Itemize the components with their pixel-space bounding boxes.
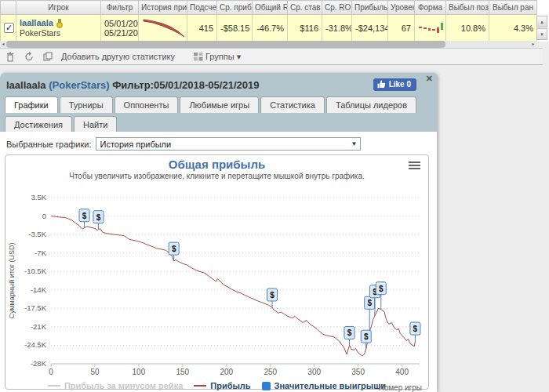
groups-icon (194, 53, 203, 61)
close-icon[interactable]: ✕ (426, 74, 433, 84)
horizontal-scrollbar[interactable]: ◂ ▸ (0, 41, 536, 48)
tab-статистика[interactable]: Статистика (260, 96, 325, 113)
table-row: ✓ laallaala PokerStars 05/01/2005/21/20 (1, 15, 537, 42)
column-header-Прибыль[interactable]: Прибыль (352, 1, 388, 15)
chart-title: Общая прибыль (5, 158, 428, 171)
legend-item-прибыль[interactable]: Прибыль (194, 381, 250, 390)
total-ro-cell: -46.7% (253, 15, 288, 42)
level-cell: 67 (388, 15, 415, 42)
column-header-Выбыл поз[interactable]: Выбыл поз (446, 1, 489, 15)
player-detail-panel: ✕ laallaala (PokerStars) Фильтр:05/01/20… (0, 73, 437, 392)
tab-найти[interactable]: Найти (74, 116, 117, 132)
column-header-Фильтр[interactable]: Фильтр (101, 1, 139, 15)
groups-dropdown[interactable]: Группы ▾ (194, 52, 241, 62)
panel-header: laallaala (PokerStars) Фильтр:05/01/2018… (0, 73, 437, 95)
column-header-Подсчет[interactable]: Подсчет (187, 1, 217, 15)
count-cell: 415 (187, 15, 217, 42)
x-tick-label: 250 (264, 368, 277, 376)
x-tick-label: 150 (176, 368, 190, 376)
tab-турниры[interactable]: Турниры (60, 96, 113, 113)
y-tick-label: -21K (31, 322, 47, 331)
avg-profit-cell: -$58.15 (217, 15, 253, 42)
copy-icon[interactable] (42, 52, 53, 62)
player-site-label: PokerStars (20, 28, 60, 38)
column-header-Игрок[interactable]: Игрок (16, 1, 101, 15)
svg-text:$: $ (347, 328, 352, 337)
legend-marker-icon (262, 382, 271, 390)
legend-marker-icon (194, 385, 206, 387)
add-statistic-link[interactable]: Добавить другую статистику (61, 52, 175, 61)
column-header-Форма[interactable]: Форма (415, 1, 446, 15)
tab-таблицы-лидеров[interactable]: Таблицы лидеров (326, 96, 416, 113)
x-tick-label: 100 (133, 368, 146, 376)
row-checkbox[interactable]: ✓ (4, 23, 14, 33)
x-tick-label: 0 (49, 368, 53, 376)
y-tick-label: 0 (42, 212, 46, 220)
legend-item-прибыль-за-минусом-рейка[interactable]: Прибыль за минусом рейка (48, 381, 183, 390)
column-header-История приб[interactable]: История приб (139, 1, 187, 15)
y-tick-label: -28K (31, 359, 47, 368)
form-sparkline-icon (418, 21, 445, 34)
profit-chart[interactable]: Общая прибыль Чтобы увеличить изображени… (5, 154, 429, 390)
tab-достижения[interactable]: Достижения (5, 116, 72, 132)
svg-text:$: $ (270, 291, 274, 299)
svg-text:$: $ (413, 325, 418, 333)
tab-графики[interactable]: Графики (5, 96, 58, 113)
y-tick-label: -7K (35, 249, 46, 257)
graph-select-label: Выбранные графики: (6, 140, 91, 149)
scroll-up-button[interactable]: ▲ (536, 16, 547, 27)
chart-menu-icon[interactable] (409, 162, 420, 171)
legend-item-значительные-выигрыши[interactable]: Значительные выигрыши (262, 381, 387, 390)
avg-stake-cell: $116 (288, 15, 322, 42)
graph-type-select[interactable]: История прибыли ▼ (96, 137, 361, 151)
table-toolbar: Добавить другую статистику Группы ▾ (0, 48, 543, 65)
elim-early-cell: 4.3% (489, 15, 537, 42)
select-caret-icon: ▼ (351, 140, 358, 147)
svg-text:$: $ (96, 213, 101, 222)
column-header-Выбыл ран[interactable]: Выбыл ран (489, 1, 537, 15)
vertical-scrollbar: ▲ ▼ (536, 16, 547, 41)
svg-text:$: $ (379, 285, 384, 293)
medal-icon (56, 19, 64, 28)
svg-text:$: $ (364, 332, 369, 341)
stats-table-region: ИгрокФильтрИстория прибПодсчетСр. прибОб… (0, 0, 549, 42)
x-tick-label: 50 (90, 368, 100, 376)
column-header-Ср. став[interactable]: Ср. став (288, 1, 322, 15)
player-cell: laallaala PokerStars (16, 15, 101, 42)
profit-history-sparkline-cell[interactable] (139, 15, 187, 42)
svg-text:$: $ (172, 245, 176, 253)
trash-icon[interactable] (5, 52, 16, 62)
column-header-Уровень[interactable]: Уровень (388, 1, 415, 15)
elim-pos-cell: 10.8% (446, 15, 489, 42)
panel-content: Выбранные графики: История прибыли ▼ Общ… (0, 132, 437, 392)
scroll-right-button[interactable]: ▸ (530, 41, 536, 48)
tab-оппоненты[interactable]: Оппоненты (115, 96, 179, 113)
x-tick-label: 200 (220, 368, 233, 376)
x-axis-title: Номер игры (378, 383, 422, 392)
tab-любимые-игры[interactable]: Любимые игры (180, 96, 259, 113)
horizontal-scroll-thumb[interactable] (6, 41, 445, 48)
svg-text:$: $ (82, 212, 87, 220)
y-tick-label: 3.5K (31, 193, 46, 201)
legend-marker-icon (48, 385, 60, 387)
avg-ro-cell: -31.8% (322, 15, 352, 42)
y-tick-label: -14K (31, 285, 47, 294)
stats-header-row: ИгрокФильтрИстория прибПодсчетСр. прибОб… (1, 1, 537, 15)
y-tick-label: -17.5K (24, 303, 47, 312)
x-tick-label: 400 (395, 368, 409, 376)
column-header-Общий RO[interactable]: Общий RO (253, 1, 288, 15)
like-button[interactable]: Like 0 (373, 78, 416, 91)
scroll-left-button[interactable]: ◂ (0, 41, 6, 48)
player-link[interactable]: laallaala (20, 18, 53, 27)
scroll-down-button[interactable]: ▼ (536, 28, 547, 40)
chart-subtitle: Чтобы увеличить изображение, кликните и … (5, 172, 428, 180)
x-tick-label: 300 (307, 368, 321, 376)
page-title: laallaala (PokerStars) Фильтр:05/01/2018… (6, 79, 259, 91)
chart-legend: Прибыль за минусом рейкаПрибыльЗначитель… (5, 381, 428, 390)
x-tick-label: 350 (351, 368, 365, 376)
column-header-select (1, 1, 16, 15)
column-header-Ср. приб[interactable]: Ср. приб (217, 1, 253, 15)
column-header-Ср. RO[interactable]: Ср. RO (322, 1, 352, 15)
refresh-icon[interactable] (24, 52, 35, 62)
chart-plot-area[interactable]: 3.5K0-3.5K-7K-10.5K-14K-17.5K-21K-24.5K-… (5, 180, 426, 378)
